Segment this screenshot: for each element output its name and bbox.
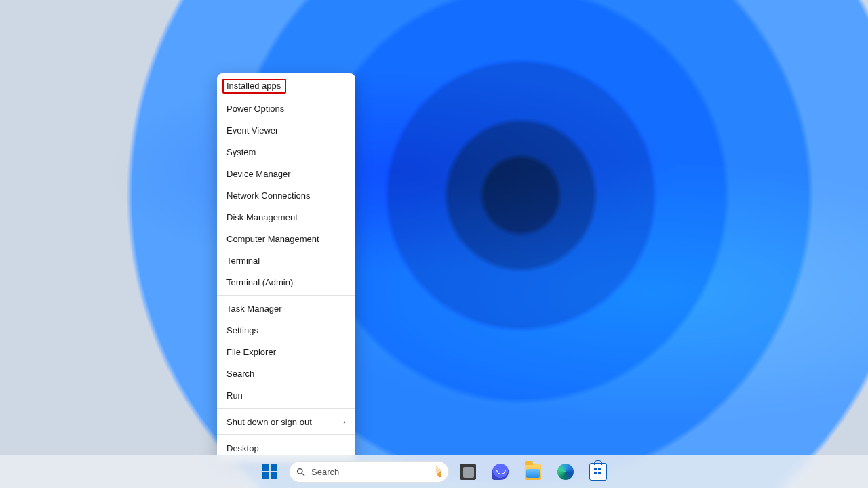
menu-item-label: File Explorer [226, 347, 276, 357]
menu-item-label: Desktop [226, 443, 259, 453]
menu-item-label: Event Viewer [226, 125, 278, 136]
task-view-button[interactable] [454, 458, 481, 485]
start-button[interactable] [256, 458, 283, 485]
menu-item-label: Terminal (Admin) [226, 277, 293, 287]
menu-item-label: Power Options [226, 104, 284, 114]
winx-item-search[interactable]: Search [217, 363, 355, 384]
winx-item-shut-down-or-sign-out[interactable]: Shut down or sign out› [217, 411, 355, 432]
winx-item-event-viewer[interactable]: Event Viewer [217, 119, 355, 141]
search-icon [296, 467, 306, 477]
winx-context-menu: Installed appsInstalled appsPower Option… [217, 73, 355, 462]
menu-item-label: Shut down or sign out [226, 417, 312, 427]
menu-item-label: Task Manager [226, 304, 282, 314]
edge-icon [557, 464, 574, 480]
search-placeholder: Search [311, 467, 442, 477]
menu-separator [217, 434, 355, 435]
svg-point-0 [298, 468, 303, 474]
search-doodle-icon: 🍦 [429, 463, 447, 481]
taskbar-search[interactable]: Search 🍦 [289, 461, 449, 483]
menu-item-label: Search [226, 369, 254, 379]
chat-button[interactable] [487, 458, 514, 485]
menu-item-label: Disk Management [226, 212, 298, 222]
highlight-box: Installed apps [222, 79, 286, 94]
menu-separator [217, 295, 355, 296]
file-explorer-button[interactable] [519, 458, 547, 485]
winx-item-run[interactable]: Run [217, 384, 355, 406]
winx-item-network-connections[interactable]: Network Connections [217, 184, 355, 206]
winx-item-task-manager[interactable]: Task Manager [217, 298, 355, 319]
edge-button[interactable] [552, 458, 579, 485]
winx-item-system[interactable]: System [217, 141, 355, 163]
winx-item-settings[interactable]: Settings [217, 319, 355, 341]
winx-item-computer-management[interactable]: Computer Management [217, 228, 355, 249]
chevron-right-icon: › [343, 418, 346, 426]
menu-item-label: Terminal [226, 256, 260, 266]
menu-item-label: Device Manager [226, 169, 291, 179]
menu-item-label: System [226, 147, 256, 157]
microsoft-store-button[interactable] [585, 458, 612, 485]
menu-item-label: Computer Management [226, 234, 319, 244]
desktop-wallpaper [0, 0, 868, 488]
winx-item-installed-apps[interactable]: Installed appsInstalled apps [217, 76, 355, 98]
menu-item-label: Network Connections [226, 190, 311, 201]
chat-icon [492, 464, 509, 480]
taskbar: Search 🍦 [0, 455, 868, 488]
microsoft-store-icon [589, 463, 607, 481]
task-view-icon [460, 464, 476, 480]
winx-item-power-options[interactable]: Power Options [217, 98, 355, 119]
winx-item-disk-management[interactable]: Disk Management [217, 206, 355, 228]
menu-item-label: Run [226, 390, 243, 401]
winx-item-terminal-admin[interactable]: Terminal (Admin) [217, 271, 355, 293]
winx-item-file-explorer[interactable]: File Explorer [217, 341, 355, 363]
file-explorer-icon [525, 464, 541, 480]
windows-logo-icon [262, 464, 277, 479]
svg-line-1 [302, 473, 304, 476]
winx-item-terminal[interactable]: Terminal [217, 249, 355, 271]
menu-separator [217, 408, 355, 409]
menu-item-label: Settings [226, 325, 258, 336]
winx-item-device-manager[interactable]: Device Manager [217, 163, 355, 184]
